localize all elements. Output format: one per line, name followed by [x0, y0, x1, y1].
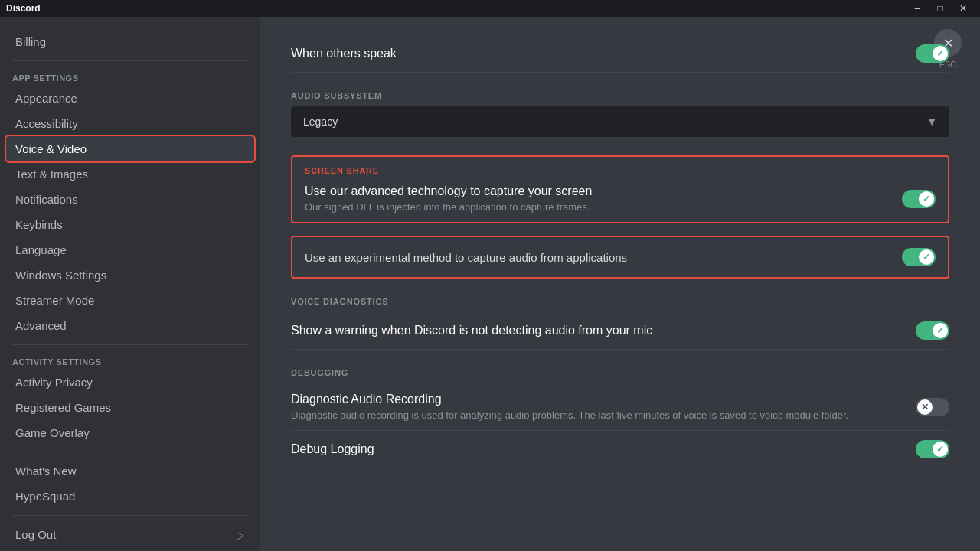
- sidebar-item-language[interactable]: Language: [6, 237, 254, 262]
- maximize-button[interactable]: □: [929, 0, 951, 17]
- screen-share-label-block: Use our advanced technology to capture y…: [305, 184, 604, 213]
- sidebar-item-label: Streamer Mode: [15, 294, 94, 307]
- app-title: Discord: [6, 3, 41, 14]
- sidebar-item-label: Voice & Video: [15, 142, 87, 155]
- toggle-knob: ✓: [919, 191, 934, 207]
- sidebar-item-label: Accessibility: [15, 117, 78, 130]
- sidebar-item-label: Notifications: [15, 193, 78, 206]
- close-button[interactable]: ✕: [952, 0, 974, 17]
- window-controls: – □ ✕: [906, 0, 974, 17]
- sidebar-item-keybinds[interactable]: Keybinds: [6, 212, 254, 237]
- audio-subsystem-select[interactable]: Legacy ▼: [291, 106, 949, 137]
- sidebar-item-text-images[interactable]: Text & Images: [6, 161, 254, 187]
- sidebar-item-label: Billing: [15, 35, 46, 48]
- sidebar-item-whats-new[interactable]: What's New: [6, 458, 254, 484]
- sidebar-divider-3: [12, 452, 248, 452]
- debug-logging-toggle[interactable]: ✓: [916, 440, 949, 458]
- voice-diagnostics-toggle[interactable]: ✓: [916, 321, 949, 340]
- sidebar-item-label: Activity Privacy: [15, 376, 93, 389]
- sidebar-item-windows-settings[interactable]: Windows Settings: [6, 262, 254, 288]
- sidebar-item-label: Registered Games: [15, 401, 111, 414]
- sidebar-item-accessibility[interactable]: Accessibility: [6, 111, 254, 136]
- experimental-box: Use an experimental method to capture au…: [291, 236, 949, 279]
- screen-share-section-label: SCREEN SHARE: [305, 166, 936, 175]
- diagnostic-audio-block: Diagnostic Audio Recording Diagnostic au…: [291, 393, 848, 421]
- toggle-knob: ✓: [933, 46, 948, 61]
- main-content: ✕ ESC When others speak ✓ AUDIO SUBSYSTE…: [260, 17, 980, 551]
- toggle-knob: ✓: [933, 323, 948, 338]
- sidebar-item-label: Game Overlay: [15, 426, 90, 439]
- logout-icon: ▷: [237, 529, 245, 541]
- sidebar-item-label: Language: [15, 243, 67, 256]
- setting-row-when-others-speak: When others speak ✓: [291, 35, 949, 73]
- screen-share-sub: Our signed DLL is injected into the appl…: [305, 201, 604, 213]
- minimize-button[interactable]: –: [906, 0, 928, 17]
- app-body: Billing APP SETTINGS Appearance Accessib…: [0, 17, 980, 551]
- sidebar-item-activity-privacy[interactable]: Activity Privacy: [6, 370, 254, 395]
- sidebar-item-label: Appearance: [15, 92, 77, 105]
- screen-share-label: Use our advanced technology to capture y…: [305, 184, 592, 198]
- sidebar-item-label: Text & Images: [15, 168, 88, 181]
- sidebar-item-label: What's New: [15, 465, 77, 478]
- debug-logging-label: Debug Logging: [291, 442, 903, 456]
- screen-share-box: SCREEN SHARE Use our advanced technology…: [291, 155, 949, 223]
- toggle-check-icon: ✓: [936, 325, 944, 336]
- sidebar-item-appearance[interactable]: Appearance: [6, 86, 254, 111]
- sidebar-item-streamer-mode[interactable]: Streamer Mode: [6, 288, 254, 313]
- audio-subsystem-section-label: AUDIO SUBSYSTEM: [291, 91, 949, 100]
- sidebar-item-registered-games[interactable]: Registered Games: [6, 395, 254, 420]
- sidebar-item-game-overlay[interactable]: Game Overlay: [6, 420, 254, 445]
- sidebar-item-voice-video[interactable]: Voice & Video: [6, 136, 254, 161]
- sidebar-item-logout[interactable]: Log Out ▷: [6, 522, 254, 547]
- screen-share-toggle[interactable]: ✓: [902, 190, 936, 208]
- toggle-knob: ✓: [919, 249, 934, 265]
- sidebar-item-billing[interactable]: Billing: [6, 29, 254, 54]
- sidebar-item-label: HypeSquad: [15, 490, 75, 503]
- experimental-label: Use an experimental method to capture au…: [305, 251, 890, 264]
- voice-diagnostics-section-label: VOICE DIAGNOSTICS: [291, 297, 949, 306]
- diagnostic-audio-toggle[interactable]: ✕: [916, 398, 949, 416]
- section-label-activity-settings: ACTIVITY SETTINGS: [6, 351, 254, 370]
- toggle-knob: ✓: [933, 442, 948, 457]
- titlebar: Discord – □ ✕: [0, 0, 980, 17]
- toggle-x-icon: ✕: [921, 402, 929, 412]
- toggle-check-icon: ✓: [936, 444, 944, 455]
- section-label-app-settings: APP SETTINGS: [6, 67, 254, 86]
- voice-diagnostics-label: Show a warning when Discord is not detec…: [291, 324, 903, 337]
- toggle-knob: ✕: [917, 399, 933, 415]
- when-others-speak-toggle[interactable]: ✓: [916, 44, 949, 63]
- experimental-toggle[interactable]: ✓: [902, 248, 936, 266]
- sidebar-divider-2: [12, 344, 248, 345]
- debug-logging-row: Debug Logging ✓: [291, 431, 949, 468]
- sidebar-item-hypesquad[interactable]: HypeSquad: [6, 484, 254, 509]
- screen-share-row: Use our advanced technology to capture y…: [305, 184, 936, 213]
- logout-label: Log Out: [15, 528, 56, 541]
- sidebar: Billing APP SETTINGS Appearance Accessib…: [0, 17, 260, 551]
- chevron-down-icon: ▼: [926, 116, 937, 128]
- sidebar-item-advanced[interactable]: Advanced: [6, 313, 254, 338]
- debugging-section-label: DEBUGGING: [291, 368, 949, 377]
- toggle-check-icon: ✓: [923, 194, 930, 204]
- toggle-check-icon: ✓: [936, 48, 944, 59]
- when-others-speak-label: When others speak: [291, 47, 903, 60]
- sidebar-divider-4: [12, 515, 248, 516]
- sidebar-item-label: Keybinds: [15, 218, 63, 231]
- sidebar-item-notifications[interactable]: Notifications: [6, 187, 254, 212]
- audio-subsystem-value: Legacy: [303, 116, 338, 128]
- diagnostic-audio-sub: Diagnostic audio recording is used for a…: [291, 409, 848, 421]
- sidebar-item-label: Advanced: [15, 319, 67, 332]
- diagnostic-audio-row: Diagnostic Audio Recording Diagnostic au…: [291, 383, 949, 431]
- voice-diagnostics-row: Show a warning when Discord is not detec…: [291, 312, 949, 350]
- sidebar-item-label: Windows Settings: [15, 269, 106, 282]
- diagnostic-audio-label: Diagnostic Audio Recording: [291, 393, 836, 406]
- sidebar-divider: [12, 60, 248, 61]
- toggle-check-icon: ✓: [923, 252, 930, 262]
